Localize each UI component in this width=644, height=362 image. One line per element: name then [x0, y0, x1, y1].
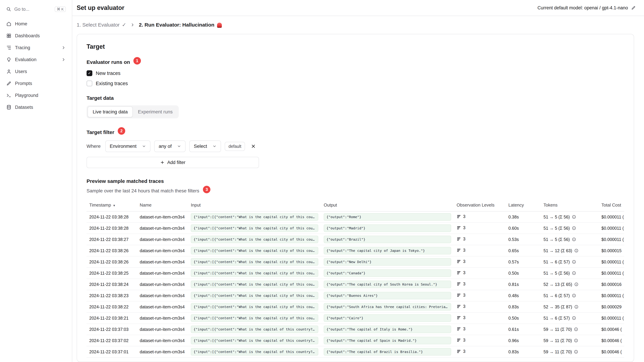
col-observation-levels[interactable]: Observation Levels	[454, 199, 506, 211]
filter-column-select[interactable]: Environment	[105, 140, 150, 152]
name-cell: dataset-run-item-cm3s4	[140, 282, 185, 287]
step-badge-1: 1	[134, 57, 141, 64]
table-row[interactable]: 2024-11-22 03:38:26 dataset-run-item-cm3…	[86, 256, 624, 268]
tokens-cell: 51 → 6 (Σ 57)	[544, 260, 570, 264]
dashboards-icon	[6, 33, 12, 38]
timestamp-cell: 2024-11-22 03:38:27	[89, 237, 128, 242]
table-row[interactable]: 2024-11-22 03:37:01 dataset-run-item-cm3…	[86, 346, 624, 358]
col-output[interactable]: Output	[321, 199, 454, 211]
add-filter-button[interactable]: Add filter	[86, 157, 259, 168]
tokens-cell: 52 → 35 (Σ 87)	[544, 305, 572, 309]
tracing-icon	[6, 45, 12, 50]
tab-live-tracing-data[interactable]: Live tracing data	[88, 106, 133, 117]
timestamp-cell: 2024-11-22 03:38:23	[89, 293, 128, 298]
table-row[interactable]: 2024-11-22 03:38:25 dataset-run-item-cm3…	[86, 268, 624, 279]
evaluation-icon	[6, 57, 12, 62]
output-cell: {"output":"The capital of Spain is Madri…	[324, 337, 451, 344]
observation-levels-value: 3	[463, 349, 466, 354]
info-icon[interactable]	[574, 248, 578, 253]
table-row[interactable]: 2024-11-22 03:37:03 dataset-run-item-cm3…	[86, 324, 624, 335]
observation-levels-icon	[456, 282, 461, 286]
info-icon[interactable]	[572, 260, 576, 264]
table-row[interactable]: 2024-11-22 03:38:26 dataset-run-item-cm3…	[86, 245, 624, 256]
evaluator-runs-on-label: Evaluator runs on	[86, 59, 130, 65]
info-icon[interactable]	[574, 282, 578, 287]
goto-search[interactable]: Go to... ⌘ K	[4, 4, 68, 14]
latency-cell: 0.96s	[508, 338, 519, 343]
col-timestamp[interactable]: Timestamp▼	[86, 199, 137, 211]
observation-levels-icon	[456, 259, 461, 264]
target-data-tabs: Live tracing data Experiment runs	[86, 105, 179, 118]
checkbox-new-traces[interactable]: ✓ New traces	[86, 70, 120, 76]
latency-cell: 0.65s	[508, 248, 519, 253]
breadcrumb-step-2[interactable]: 2. Run Evaluator: Hallucination	[139, 22, 222, 28]
col-name[interactable]: Name	[137, 199, 188, 211]
output-cell: {"output":"Rome"}	[324, 213, 451, 221]
siren-emoji	[217, 23, 222, 27]
table-row[interactable]: 2024-11-22 03:38:23 dataset-run-item-cm3…	[86, 290, 624, 301]
info-icon[interactable]	[572, 316, 576, 320]
checkbox-existing-traces[interactable]: Existing traces	[86, 80, 128, 86]
checkbox-unchecked-icon[interactable]	[86, 80, 92, 86]
chevron-right-icon	[61, 45, 66, 50]
chevron-down-icon	[177, 144, 181, 148]
target-card: Target Evaluator runs on 1 ✓ New traces …	[77, 34, 634, 362]
info-icon[interactable]	[572, 293, 576, 298]
filter-operator-select[interactable]: any of	[154, 140, 186, 152]
sidebar-item-tracing[interactable]: Tracing	[4, 42, 68, 53]
datasets-icon	[6, 104, 12, 110]
name-cell: dataset-run-item-cm3s4	[140, 327, 185, 332]
remove-filter-button[interactable]	[250, 142, 257, 150]
sidebar-item-home[interactable]: Home	[4, 18, 68, 29]
sidebar-item-playground[interactable]: Playground	[4, 90, 68, 101]
table-row[interactable]: 2024-11-22 03:38:27 dataset-run-item-cm3…	[86, 234, 624, 245]
table-row[interactable]: 2024-11-22 03:38:28 dataset-run-item-cm3…	[86, 223, 624, 234]
info-icon[interactable]	[574, 327, 578, 332]
observation-levels-icon	[456, 304, 461, 309]
target-data-label: Target data	[86, 95, 114, 101]
info-icon[interactable]	[574, 350, 578, 354]
tokens-cell: 51 → 5 (Σ 56)	[544, 226, 570, 231]
input-cell: {"input":[{"content":"What is the capita…	[191, 348, 318, 356]
latency-cell: 0.81s	[508, 282, 519, 287]
info-icon[interactable]	[572, 215, 576, 219]
table-row[interactable]: 2024-11-22 03:37:02 dataset-run-item-cm3…	[86, 335, 624, 346]
sidebar-item-users[interactable]: Users	[4, 66, 68, 77]
edit-model-icon[interactable]	[631, 5, 636, 10]
observation-levels-icon	[456, 338, 461, 343]
default-model: Current default model: openai / gpt-4.1-…	[538, 5, 636, 10]
tab-experiment-runs[interactable]: Experiment runs	[133, 106, 178, 117]
info-icon[interactable]	[572, 271, 576, 275]
sidebar-item-dashboards[interactable]: Dashboards	[4, 30, 68, 41]
output-cell: {"output":"Brazil"}	[324, 236, 451, 243]
col-latency[interactable]: Latency	[506, 199, 541, 211]
timestamp-cell: 2024-11-22 03:38:26	[89, 248, 128, 253]
sidebar-item-prompts[interactable]: Prompts	[4, 78, 68, 89]
col-total-cost[interactable]: Total Cost	[599, 199, 624, 211]
info-icon[interactable]	[574, 305, 578, 309]
checkbox-checked-icon[interactable]: ✓	[86, 70, 92, 76]
table-header-row: Timestamp▼ Name Input Output Observation…	[86, 199, 624, 211]
observation-levels-icon	[456, 214, 461, 219]
table-row[interactable]: 2024-11-22 03:38:28 dataset-run-item-cm3…	[86, 211, 624, 223]
info-icon[interactable]	[572, 226, 576, 230]
info-icon[interactable]	[572, 237, 576, 242]
timestamp-cell: 2024-11-22 03:37:02	[89, 338, 128, 343]
total-cost-cell: $0.00046 (	[602, 327, 622, 332]
col-input[interactable]: Input	[188, 199, 321, 211]
timestamp-cell: 2024-11-22 03:38:22	[89, 305, 128, 309]
total-cost-cell: $0.000011 (	[602, 316, 624, 321]
table-row[interactable]: 2024-11-22 03:38:22 dataset-run-item-cm3…	[86, 301, 624, 313]
table-row[interactable]: 2024-11-22 03:38:21 dataset-run-item-cm3…	[86, 313, 624, 324]
info-icon[interactable]	[574, 338, 578, 343]
sidebar-item-evaluation[interactable]: Evaluation	[4, 54, 68, 65]
filter-value-select[interactable]: Select	[189, 140, 221, 152]
output-cell: {"output":"Cairo"}	[324, 314, 451, 322]
goto-label: Go to...	[14, 7, 30, 12]
traces-tbody: 2024-11-22 03:38:28 dataset-run-item-cm3…	[86, 211, 624, 358]
latency-cell: 0.48s	[508, 293, 519, 298]
table-row[interactable]: 2024-11-22 03:38:24 dataset-run-item-cm3…	[86, 279, 624, 290]
sidebar-item-datasets[interactable]: Datasets	[4, 102, 68, 113]
col-tokens[interactable]: Tokens	[541, 199, 599, 211]
breadcrumb-step-1[interactable]: 1. Select Evaluator ✓	[77, 22, 126, 28]
